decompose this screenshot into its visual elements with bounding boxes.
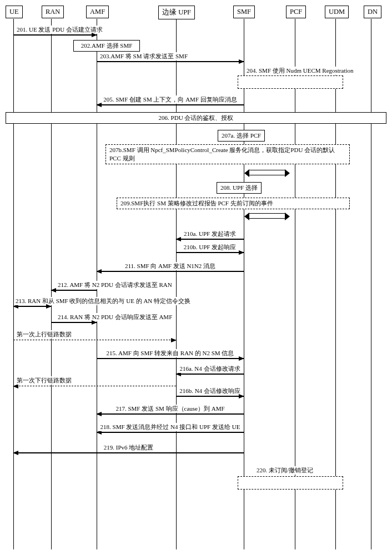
note-204: 204. SMF 使用 Nudm UECM Regostration (245, 67, 355, 75)
frame-220 (238, 476, 343, 490)
msg-211-label: 211. SMF 向 AMF 发送 N1N2 消息 (124, 262, 217, 270)
arrow-207b (249, 170, 285, 175)
msg-217-label: 217. SMF 发送 SM 响应（cause）到 AMF (114, 405, 225, 413)
msg-205: 205. SMF 创建 SM 上下文，向 AMF 回复响应消息 (97, 104, 244, 105)
msg-203-label: 203.AMF 将 SM 请求发送至 SMF (99, 52, 189, 60)
actor-ran: RAN (42, 6, 64, 18)
msg-218: 218. SMF 发送消息并经过 N4 接口和 UPF 发送给 UE (97, 432, 244, 433)
msg-219-label: 219. IPv6 地址配置 (103, 443, 155, 452)
msg-218-label: 218. SMF 发送消息并经过 N4 接口和 UPF 发送给 UE (99, 423, 242, 431)
lifeline-dn (371, 19, 371, 549)
note-209: 209.SMF执行 SM 策略修改过程报告 PCF 先前订阅的事件 (117, 198, 350, 209)
msg-212: 212. AMF 将 N2 PDU 会话请求发送至 RAN (51, 290, 97, 291)
msg-211: 211. SMF 向 AMF 发送 N1N2 消息 (97, 271, 244, 272)
lifeline-smf (244, 19, 244, 549)
actor-dn: DN (364, 6, 381, 18)
actor-smf: SMF (233, 6, 255, 18)
note-220: 220. 未订阅/撤销登记 (255, 466, 314, 475)
note-207a: 207a. 选择 PCF (218, 130, 265, 142)
msg-216b: 216b. N4 会话修改响应 (176, 396, 244, 397)
msg-201: 201. UE 发送 PDU 会话建立请求 (13, 34, 97, 36)
msg-203: 203.AMF 将 SM 请求发送至 SMF (97, 61, 244, 62)
msg-215: 215. AMF 向 SMF 转发来自 RAN 的 N2 SM 信息 (97, 358, 244, 359)
lifeline-udm (335, 19, 336, 549)
sequence-diagram: UE RAN AMF 边缘 UPF SMF PCF UDM DN 201. UE… (6, 6, 386, 549)
msg-214-label: 214. RAN 将 N2 PDU 会话响应发送至 AMF (57, 313, 173, 321)
frame-204 (238, 75, 343, 89)
msg-213: 213. RAN 和从 SMF 收到的信息相关的与 UE 的 AN 特定信令交换 (13, 306, 51, 307)
actor-pcf: PCF (286, 6, 306, 18)
msg-212-label: 212. AMF 将 N2 PDU 会话请求发送至 RAN (57, 281, 173, 289)
msg-216a: 216a. N4 会话修改请求 (176, 374, 244, 375)
msg-uplink: 第一次上行链路数据 (13, 340, 176, 340)
msg-201-label: 201. UE 发送 PDU 会话建立请求 (16, 26, 104, 34)
msg-213-label: 213. RAN 和从 SMF 收到的信息相关的与 UE 的 AN 特定信令交换 (14, 297, 192, 305)
msg-210a-label: 210a. UPF 发起请求 (183, 230, 237, 238)
msg-217: 217. SMF 发送 SM 响应（cause）到 AMF (97, 413, 244, 415)
msg-downlink-label: 第一次下行链路数据 (16, 376, 73, 385)
arrow-209 (249, 213, 285, 219)
actor-edge-upf: 边缘 UPF (158, 6, 195, 19)
msg-210b-label: 210b. UPF 发起响应 (183, 243, 237, 251)
actor-ue: UE (6, 6, 23, 18)
lifeline-ran (51, 19, 52, 549)
actor-amf: AMF (86, 6, 109, 18)
msg-210a: 210a. UPF 发起请求 (176, 239, 244, 240)
lifeline-ue (13, 19, 14, 549)
msg-215-label: 215. AMF 向 SMF 转发来自 RAN 的 N2 SM 信息 (105, 349, 235, 357)
note-202: 202.AMF 选择 SMF (73, 40, 140, 52)
msg-210b: 210b. UPF 发起响应 (176, 252, 244, 253)
msg-216a-label: 216a. N4 会话修改请求 (178, 365, 241, 373)
msg-216b-label: 216b. N4 会话修改响应 (178, 387, 242, 395)
note-208: 208. UPF 选择 (217, 182, 262, 194)
msg-205-label: 205. SMF 创建 SM 上下文，向 AMF 回复响应消息 (102, 95, 238, 104)
msg-219: 219. IPv6 地址配置 (13, 452, 244, 453)
note-207b: 207b.SMF 调用 Npcf_SMPolicyControl_Create … (105, 144, 350, 164)
note-206: 206. PDU 会话的鉴权、授权 (6, 112, 386, 124)
msg-downlink: 第一次下行链路数据 (13, 386, 176, 386)
msg-214: 214. RAN 将 N2 PDU 会话响应发送至 AMF (51, 322, 97, 323)
actor-udm: UDM (325, 6, 349, 18)
msg-uplink-label: 第一次上行链路数据 (16, 330, 73, 339)
